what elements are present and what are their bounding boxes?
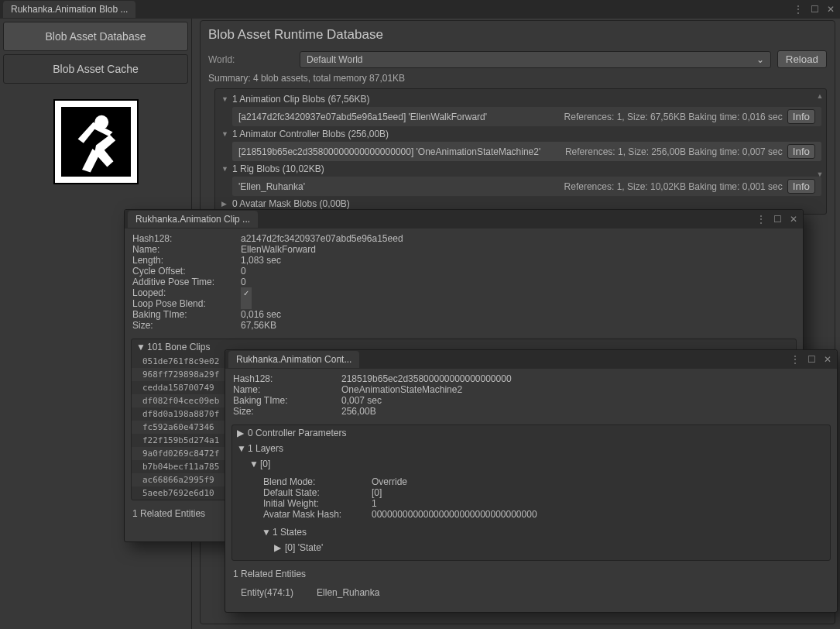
close-icon[interactable]: ✕ (787, 214, 800, 225)
logo (53, 99, 139, 184)
blob-meta: References: 1, Size: 67,56KB Baking time… (564, 112, 783, 122)
blob-name: [a2147d2fc3420937e07abd5e96a15eed] 'Elle… (238, 112, 487, 122)
triangle-open-icon: ▼ (262, 527, 269, 538)
prop-key: Additive Pose Time: (132, 277, 241, 287)
kebab-icon[interactable]: ⋮ (754, 214, 768, 225)
prop-value: 67,56KB (241, 320, 276, 331)
triangle-open-icon: ▼ (221, 165, 229, 173)
prop-key: Length: (132, 255, 241, 266)
checkbox-checked[interactable]: ✓ (241, 287, 252, 298)
prop-value: 1,083 sec (241, 255, 281, 266)
blob-name: [218519b65ec2d35800000000000000000] 'One… (238, 146, 540, 157)
triangle-closed-icon: ▶ (274, 542, 282, 553)
chevron-down-icon: ⌄ (756, 54, 764, 65)
entity-row[interactable]: Entity(474:1) Ellen_Ruhanka (225, 584, 837, 601)
scroll-down-icon[interactable]: ▼ (815, 170, 825, 178)
reload-button[interactable]: Reload (777, 50, 827, 68)
blob-name: 'Ellen_Ruhanka' (238, 181, 305, 192)
blob-meta: References: 1, Size: 10,02KB Baking time… (564, 181, 783, 192)
ctrl-params-header[interactable]: ▶ 0 Controller Parameters (232, 425, 830, 441)
ctrl-panel-tab[interactable]: Rukhanka.Animation Cont... (228, 351, 359, 368)
close-icon[interactable]: ✕ (821, 354, 834, 365)
clip-panel-tab[interactable]: Rukhanka.Animation Clip ... (128, 211, 258, 228)
scrollbar[interactable]: ▲ ▼ (815, 92, 825, 211)
prop-key: Hash128: (132, 233, 241, 244)
prop-value: 0 (241, 277, 246, 287)
tree-group-animation-clip[interactable]: ▼ 1 Animation Clip Blobs (67,56KB) (215, 92, 826, 106)
bones-header-label: 101 Bone Clips (147, 342, 210, 352)
prop-key: Avatar Mask Hash: (263, 509, 372, 520)
maximize-icon[interactable]: ☐ (771, 214, 784, 225)
entity-id: Entity(474:1) (241, 587, 293, 598)
info-button[interactable]: Info (787, 144, 815, 159)
prop-value: 00000000000000000000000000000000 (372, 509, 537, 520)
prop-key: Looped: (132, 287, 241, 298)
sidebar-btn-cache[interactable]: Blob Asset Cache (3, 54, 188, 84)
panel-title: Blob Asset Runtime Database (208, 27, 827, 43)
triangle-closed-icon: ▶ (221, 200, 229, 208)
blob-tree: ▼ 1 Animation Clip Blobs (67,56KB) [a214… (214, 88, 827, 215)
prop-value: 0,016 sec (241, 309, 281, 320)
scroll-up-icon[interactable]: ▲ (815, 92, 825, 100)
group-label: 1 Animator Controller Blobs (256,00B) (232, 129, 389, 139)
triangle-open-icon: ▼ (221, 130, 229, 138)
group-label: 1 Rig Blobs (10,02KB) (232, 163, 324, 174)
prop-key: Loop Pose Blend: (132, 298, 241, 309)
state-label: [0] 'State' (285, 542, 323, 553)
layer-index: [0] (260, 459, 270, 469)
prop-key: Size: (233, 406, 341, 417)
state-0[interactable]: ▶ [0] 'State' (232, 540, 830, 555)
tree-group-animator-controller[interactable]: ▼ 1 Animator Controller Blobs (256,00B) (215, 127, 826, 141)
tree-group-rig[interactable]: ▼ 1 Rig Blobs (10,02KB) (215, 162, 826, 176)
prop-value: 1 (372, 498, 377, 509)
group-label: 0 Avatar Mask Blobs (0,00B) (232, 198, 350, 209)
prop-key: Baking TIme: (233, 395, 341, 406)
prop-key: Baking TIme: (132, 309, 241, 320)
blob-row[interactable]: [a2147d2fc3420937e07abd5e96a15eed] 'Elle… (232, 107, 821, 126)
main-tab-bar: Rukhanka.Animation Blob ... ⋮ ☐ ✕ (0, 0, 840, 19)
svg-rect-0 (61, 107, 131, 177)
sidebar-btn-database[interactable]: Blob Asset Database (3, 22, 188, 51)
triangle-open-icon: ▼ (237, 443, 245, 454)
prop-value: 0 (241, 266, 246, 277)
ctrl-tree: ▶ 0 Controller Parameters ▼ 1 Layers ▼ [… (231, 424, 831, 561)
prop-value: a2147d2fc3420937e07abd5e96a15eed (241, 233, 403, 244)
animator-controller-panel: Rukhanka.Animation Cont... ⋮ ☐ ✕ Hash128… (225, 349, 838, 613)
prop-key: Hash128: (233, 373, 341, 384)
blob-row[interactable]: [218519b65ec2d35800000000000000000] 'One… (232, 142, 821, 161)
prop-key: Size: (132, 320, 241, 331)
main-tab[interactable]: Rukhanka.Animation Blob ... (3, 1, 135, 18)
group-label: 1 Animation Clip Blobs (67,56KB) (232, 94, 369, 105)
ctrl-layers-header[interactable]: ▼ 1 Layers (232, 441, 830, 456)
kebab-icon[interactable]: ⋮ (788, 354, 802, 365)
clip-properties: Hash128:a2147d2fc3420937e07abd5e96a15eed… (125, 229, 803, 335)
ctrl-properties: Hash128:218519b65ec2d3580000000000000000… (225, 369, 837, 421)
maximize-icon[interactable]: ☐ (805, 354, 818, 365)
info-button[interactable]: Info (787, 179, 815, 194)
triangle-closed-icon: ▶ (237, 428, 245, 438)
prop-key: Initial Weight: (263, 498, 372, 509)
blob-meta: References: 1, Size: 256,00B Baking time… (565, 146, 783, 157)
maximize-icon[interactable]: ☐ (808, 4, 821, 15)
world-label: World: (208, 54, 293, 65)
layer-0-header[interactable]: ▼ [0] (232, 456, 830, 472)
summary-text: Summary: 4 blob assets, total memory 87,… (208, 73, 827, 84)
triangle-open-icon: ▼ (249, 459, 257, 469)
kebab-icon[interactable]: ⋮ (791, 4, 805, 15)
states-label: 1 States (273, 527, 307, 538)
entity-name: Ellen_Ruhanka (317, 587, 379, 598)
prop-value: OneAnimationStateMachine2 (341, 384, 462, 395)
prop-key: Blend Mode: (263, 476, 372, 487)
checkbox-unchecked[interactable] (241, 298, 252, 309)
prop-key: Cycle Offset: (132, 266, 241, 277)
info-button[interactable]: Info (787, 109, 815, 124)
world-select[interactable]: Default World ⌄ (300, 51, 771, 68)
close-icon[interactable]: ✕ (825, 4, 837, 15)
triangle-open-icon: ▼ (136, 342, 144, 352)
blob-row[interactable]: 'Ellen_Ruhanka' References: 1, Size: 10,… (232, 177, 821, 196)
states-header[interactable]: ▼ 1 States (232, 524, 830, 540)
prop-value: 218519b65ec2d35800000000000000000 (341, 373, 512, 384)
prop-value: EllenWalkForward (241, 244, 316, 255)
triangle-open-icon: ▼ (221, 95, 229, 103)
ctrl-related-entities: 1 Related Entities (225, 564, 837, 584)
